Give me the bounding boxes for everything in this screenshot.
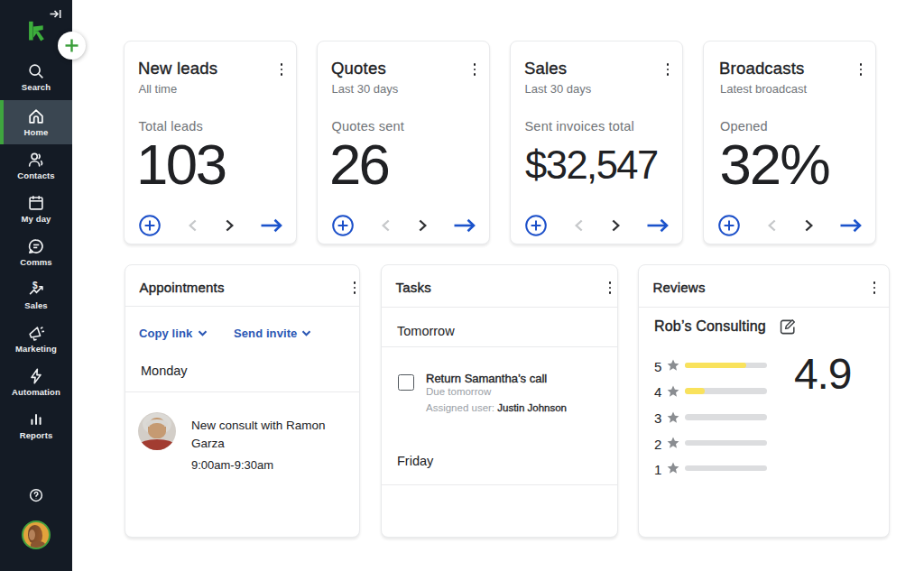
svg-text:$: $ xyxy=(32,281,38,290)
